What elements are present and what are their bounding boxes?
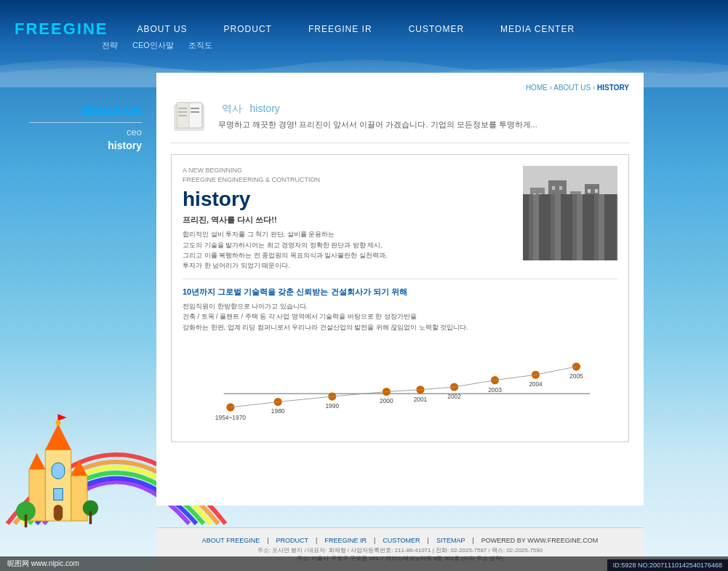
svg-rect-47: [595, 198, 598, 201]
inner-top: A NEW BEGINNING FREEGINE ENGINEERING & C…: [183, 166, 617, 271]
svg-rect-39: [559, 195, 562, 199]
sidebar-about-label[interactable]: about us: [0, 102, 156, 119]
nav-media[interactable]: MEDIA CENTER: [500, 24, 575, 34]
svg-text:2003: 2003: [488, 386, 502, 393]
timeline-svg: 1954~1970 1980 1990 2000 2001: [190, 343, 610, 431]
footer-address1: 주소: 포사연 봉지 / 대표자: 화재형 / 사업자등록번호: 211-86-…: [257, 546, 543, 554]
svg-rect-42: [573, 196, 576, 200]
breadcrumb-about[interactable]: ABOUT US: [553, 84, 591, 92]
site-logo[interactable]: FREEGINE: [15, 20, 108, 39]
footer-link-ir[interactable]: FREEGINE IR: [324, 537, 367, 544]
page-subtitle: 무명하고 깨끗한 경영! 프리진이 앞서서 이끌어 가겠습니다. 기업의 모든정…: [218, 119, 537, 130]
svg-rect-33: [539, 193, 542, 197]
book-icon: [171, 99, 207, 135]
svg-text:2004: 2004: [529, 380, 543, 388]
inner-text-area: A NEW BEGINNING FREEGINE ENGINEERING & C…: [183, 166, 512, 271]
breadcrumb-sep1: ›: [550, 84, 552, 92]
svg-point-50: [609, 243, 617, 253]
label1: A NEW BEGINNING: [183, 167, 242, 174]
svg-rect-28: [548, 180, 567, 260]
sidebar-ceo-label[interactable]: ceo: [0, 127, 156, 137]
svg-marker-24: [175, 103, 189, 130]
korean-section-body1: 합리적인 설비 투자를 그 척기 판단, 설비를 운용하는 고도의 기술을 발가…: [183, 229, 512, 271]
svg-rect-22: [191, 108, 199, 109]
page-header: 역사 history 무명하고 깨끗한 경영! 프리진이 앞서서 이끌어 가겠습…: [171, 99, 629, 143]
breadcrumb-sep2: ›: [593, 84, 595, 92]
svg-rect-23: [191, 111, 199, 113]
section2-body: 전임직원이 한방향으로 나아가고 있습니다. 건축 / 토목 / 플랜트 / 주…: [183, 301, 617, 332]
page-title-korean: 역사: [222, 103, 242, 114]
svg-rect-27: [530, 188, 545, 260]
main-nav: ABOUT US PRODUCT FREEGINE IR CUSTOMER ME…: [137, 24, 575, 34]
svg-rect-38: [552, 195, 555, 199]
subnav-org[interactable]: 조직도: [188, 40, 212, 51]
svg-rect-6: [71, 476, 87, 521]
svg-text:1954~1970: 1954~1970: [215, 414, 246, 421]
page-title-area: 역사 history 무명하고 깨끗한 경영! 프리진이 앞서서 이끌어 가겠습…: [218, 99, 537, 130]
svg-marker-1: [45, 424, 71, 450]
nav-customer[interactable]: CUSTOMER: [409, 24, 464, 34]
svg-text:2005: 2005: [569, 372, 583, 380]
breadcrumb: HOME › ABOUT US › HISTORY: [171, 84, 629, 92]
footer-sep5: |: [472, 537, 473, 544]
sub-nav: 전략 CEO인사말 조직도: [102, 40, 212, 51]
nav-about[interactable]: ABOUT US: [137, 24, 187, 34]
nav-ir[interactable]: FREEGINE IR: [308, 24, 372, 34]
header: FREEGINE ABOUT US PRODUCT FREEGINE IR CU…: [0, 0, 728, 73]
svg-text:1990: 1990: [325, 402, 339, 410]
history-big-title: history: [183, 188, 512, 211]
svg-rect-13: [25, 514, 28, 527]
page-title-english: history: [250, 103, 280, 114]
svg-rect-43: [573, 205, 576, 209]
inner-box: A NEW BEGINNING FREEGINE ENGINEERING & C…: [171, 154, 629, 442]
footer-sep4: |: [428, 537, 429, 544]
subnav-ceo[interactable]: CEO인사말: [132, 40, 174, 51]
svg-rect-30: [585, 184, 599, 260]
svg-point-11: [55, 420, 60, 425]
svg-rect-2: [52, 463, 65, 479]
id-badge: ID:5928 NO:20071110142540176468: [607, 559, 728, 571]
svg-rect-37: [559, 186, 562, 190]
svg-rect-46: [588, 198, 591, 201]
svg-rect-35: [539, 202, 542, 206]
svg-text:2002: 2002: [447, 393, 461, 400]
city-photo: [523, 166, 617, 260]
svg-rect-34: [533, 202, 536, 206]
section2-title: 10년까지 그로벌 기술력을 갖춘 신뢰받는 건설회사가 되기 위해: [183, 287, 617, 298]
sidebar-history-label[interactable]: history: [0, 140, 156, 151]
svg-rect-36: [552, 186, 555, 190]
timeline-point-2005: [572, 362, 580, 370]
watermark-text: 昵图网 www.nipic.com: [7, 559, 79, 569]
footer-sep2: |: [316, 537, 317, 544]
castle-illustration: [15, 411, 102, 527]
label2: FREEGINE ENGINEERING & CONTRUCTION: [183, 176, 320, 183]
svg-rect-32: [533, 193, 536, 197]
svg-marker-5: [29, 453, 45, 469]
svg-marker-10: [58, 414, 67, 420]
nav-product[interactable]: PRODUCT: [224, 24, 272, 34]
timeline: 1954~1970 1980 1990 2000 2001: [183, 343, 617, 431]
svg-point-49: [523, 245, 531, 254]
subnav-strategy[interactable]: 전략: [102, 40, 118, 51]
breadcrumb-home[interactable]: HOME: [526, 84, 548, 92]
footer-link-about[interactable]: ABOUT FREEGINE: [202, 537, 260, 544]
svg-rect-8: [54, 505, 63, 521]
section-2: 10년까지 그로벌 기술력을 갖춘 신뢰받는 건설회사가 되기 위해 전임직원이…: [183, 279, 617, 332]
svg-rect-40: [552, 204, 555, 207]
footer-sep3: |: [374, 537, 375, 544]
korean-section-title: 프리진, 역사를 다시 쓰다!!: [183, 215, 512, 225]
footer-link-sitemap[interactable]: SITEMAP: [436, 537, 465, 544]
breadcrumb-current: HISTORY: [597, 84, 629, 92]
svg-rect-44: [588, 189, 591, 193]
footer-link-customer[interactable]: CUSTOMER: [383, 537, 420, 544]
footer-link-product[interactable]: PRODUCT: [276, 537, 309, 544]
footer-nav: ABOUT FREEGINE | PRODUCT | FREEGINE IR |…: [202, 537, 598, 544]
svg-rect-48: [523, 252, 617, 260]
svg-rect-31: [601, 195, 612, 260]
svg-rect-3: [54, 489, 63, 500]
svg-text:2000: 2000: [380, 397, 393, 404]
svg-text:2001: 2001: [414, 395, 428, 402]
svg-rect-45: [595, 189, 598, 193]
main-content: HOME › ABOUT US › HISTORY 역사 history 무명하…: [156, 73, 644, 506]
footer-powered: POWERED BY WWW.FREEGINE.COM: [481, 537, 598, 544]
